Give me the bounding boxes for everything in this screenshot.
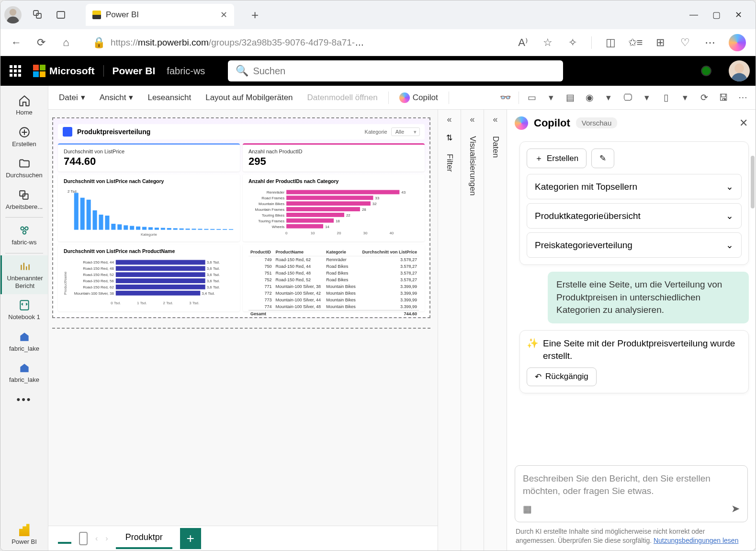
close-icon[interactable]: ✕ <box>220 10 227 20</box>
extensions-icon[interactable]: ✧ <box>566 36 579 49</box>
kpi-avg-listprice[interactable]: Durchschnitt von ListPrice 744.60 <box>58 143 240 172</box>
browser-tab[interactable]: Power BI ✕ <box>86 4 234 26</box>
minimize-button[interactable]: — <box>689 10 698 20</box>
ribbon-copilot[interactable]: Copilot <box>395 90 442 106</box>
page-tab[interactable]: Produktpr <box>116 528 172 549</box>
suggestion-price-distribution[interactable]: Preiskategorieverteilung⌄ <box>527 232 742 258</box>
expand-icon[interactable]: « <box>470 115 474 125</box>
kpi-product-count[interactable]: Anzahl nach ProductID 295 <box>243 143 425 172</box>
favorite-icon[interactable]: ☆ <box>542 36 554 49</box>
nav-lakehouse1[interactable]: fabric_lake <box>0 326 48 357</box>
collections-icon[interactable]: ⊞ <box>654 36 666 49</box>
scrollbar-thumb[interactable] <box>751 156 755 208</box>
refresh-icon[interactable]: ⟳ <box>698 92 711 104</box>
nav-powerbi-switch[interactable]: Power BI <box>0 519 48 551</box>
text-box-icon[interactable]: ▭ <box>526 92 538 104</box>
nav-lakehouse2[interactable]: fabric_lake <box>0 357 48 389</box>
data-icon[interactable]: ▦ <box>523 503 532 515</box>
table-row[interactable]: 773Mountain-100 Silver, 44Mountain Bikes… <box>248 297 419 303</box>
table-row[interactable]: 774Mountain-100 Silver, 48Mountain Bikes… <box>248 303 419 310</box>
table-row[interactable]: 750Road-150 Red, 44Road Bikes3.578,27 <box>248 263 419 270</box>
nav-create[interactable]: Erstellen <box>0 121 48 153</box>
presence-indicator[interactable] <box>701 66 711 76</box>
table-row[interactable]: 749Road-150 Red, 62Rennräder3.578,27 <box>248 256 419 264</box>
app-launcher-icon[interactable] <box>6 62 24 80</box>
terms-link[interactable]: Nutzungsbedingungen lesen <box>654 537 738 544</box>
filter-pane[interactable]: « ⇅ Filter <box>438 110 461 551</box>
copilot-input[interactable]: Beschreiben Sie den Bericht, den Sie ers… <box>515 465 748 522</box>
chevron-down-icon[interactable]: ▾ <box>679 92 691 104</box>
page-icon[interactable]: ▯ <box>660 92 672 104</box>
back-button[interactable]: ← <box>10 36 23 49</box>
nav-notebook[interactable]: Notebook 1 <box>0 294 48 326</box>
chevron-down-icon[interactable]: ▾ <box>602 92 615 104</box>
category-slicer[interactable]: Kategorie Alle <box>365 127 420 136</box>
search-input[interactable] <box>253 66 555 77</box>
shapes-icon[interactable]: ▤ <box>564 92 576 104</box>
mobile-view-icon[interactable] <box>79 532 88 545</box>
suggestion-category-overview[interactable]: Produktkategorieübersicht⌄ <box>527 203 742 229</box>
save-icon[interactable]: 🖫 <box>717 92 730 104</box>
desktop-view-icon[interactable] <box>58 533 71 544</box>
split-screen-icon[interactable]: ◫ <box>604 36 617 49</box>
user-avatar[interactable] <box>729 60 750 81</box>
favorites-bar-icon[interactable]: ✩≡ <box>629 36 642 49</box>
nav-more[interactable]: ••• <box>0 389 48 413</box>
report-page[interactable]: Produktpreisverteilung Kategorie Alle Du… <box>52 117 430 318</box>
explore-icon[interactable]: 👓 <box>499 92 512 104</box>
table-row[interactable]: 751Road-150 Red, 48Road Bikes3.578,27 <box>248 270 419 276</box>
chevron-down-icon[interactable]: ▾ <box>545 92 557 104</box>
new-tab-button[interactable]: + <box>251 8 259 23</box>
table-row[interactable]: 752Road-150 Red, 52Road Bikes3.578,27 <box>248 276 419 283</box>
nav-workspaces[interactable]: Arbeitsbere... <box>0 184 48 216</box>
ribbon-reading[interactable]: Leseansicht <box>144 90 195 105</box>
chart-count-by-category[interactable]: Anzahl der ProductIDs nach Category Renn… <box>243 174 425 241</box>
app-name[interactable]: Power BI <box>103 65 156 77</box>
health-icon[interactable]: ♡ <box>679 36 691 49</box>
chevron-down-icon[interactable]: ▾ <box>641 92 653 104</box>
table-row[interactable]: 772Mountain-100 Silver, 42Mountain Bikes… <box>248 290 419 297</box>
prev-page-icon[interactable]: ‹ <box>95 534 98 543</box>
tab-actions-icon[interactable] <box>54 8 68 22</box>
next-page-icon[interactable]: › <box>105 534 108 543</box>
suggestion-topsellers[interactable]: Kategorien mit Topsellern⌄ <box>527 174 742 199</box>
nav-fabric-ws[interactable]: fabric-ws <box>0 219 48 251</box>
expand-icon[interactable]: « <box>447 115 451 125</box>
ribbon-file[interactable]: Datei ▾ <box>55 90 89 105</box>
more-icon[interactable]: ⋯ <box>736 92 749 104</box>
workspaces-icon[interactable] <box>31 8 45 22</box>
edit-button[interactable]: ✎ <box>591 149 614 168</box>
table-row[interactable]: 771Mountain-100 Silver, 38Mountain Bikes… <box>248 283 419 290</box>
more-icon[interactable]: ⋯ <box>704 36 716 49</box>
visualizations-pane[interactable]: « Visualisierungen <box>461 110 484 551</box>
create-button[interactable]: ＋Erstellen <box>527 149 587 168</box>
close-icon[interactable]: ✕ <box>739 117 748 129</box>
nav-browse[interactable]: Durchsuchen <box>0 152 48 184</box>
maximize-button[interactable]: ▢ <box>712 10 721 20</box>
profile-avatar[interactable] <box>4 6 22 23</box>
copilot-browser-icon[interactable] <box>729 34 746 51</box>
product-table[interactable]: ProductID ProductName Kategorie Durchsch… <box>243 244 425 311</box>
close-window-button[interactable]: ✕ <box>735 10 742 20</box>
expand-icon[interactable]: « <box>493 115 497 125</box>
buttons-icon[interactable]: ◉ <box>583 92 596 104</box>
visual-icon[interactable]: 🖵 <box>621 92 634 104</box>
send-icon[interactable]: ➤ <box>731 503 740 515</box>
svg-text:43: 43 <box>401 190 406 195</box>
read-aloud-icon[interactable]: A⁾ <box>517 36 529 49</box>
undo-button[interactable]: ↶Rückgängig <box>527 367 597 386</box>
refresh-button[interactable]: ⟳ <box>35 36 47 49</box>
search-box[interactable]: 🔍 <box>228 60 563 81</box>
bar-chart: ProductName Road-150 Red, 443,6 Tsd.Road… <box>64 257 234 307</box>
home-button[interactable]: ⌂ <box>60 36 72 49</box>
nav-report[interactable]: Unbenannter Bericht <box>0 255 48 294</box>
workspace-name[interactable]: fabric-ws <box>167 66 205 77</box>
add-page-button[interactable]: + <box>180 528 201 549</box>
chart-avg-by-category[interactable]: Durchschnitt von ListPrice nach Category… <box>58 174 240 241</box>
ribbon-mobile[interactable]: Layout auf Mobilgeräten <box>202 90 296 105</box>
url-box[interactable]: 🔒 https://msit.powerbi.com/groups/32a98b… <box>85 33 372 52</box>
ribbon-view[interactable]: Ansicht ▾ <box>96 90 137 105</box>
data-pane[interactable]: « Daten <box>484 110 507 551</box>
chart-avg-by-product[interactable]: Durchschnitt von ListPrice nach ProductN… <box>58 244 240 311</box>
nav-home[interactable]: Home <box>0 90 48 121</box>
